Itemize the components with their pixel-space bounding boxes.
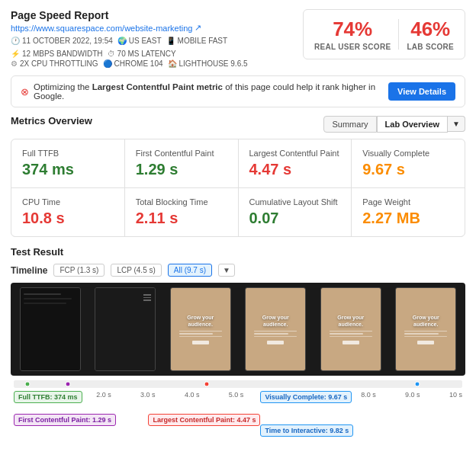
scores-box: 74% REAL USER SCORE 46% LAB SCORE xyxy=(303,9,465,59)
metric-full-ttfb: Full TTFB 374 ms xyxy=(11,139,124,187)
marker-visually-complete: Visually Complete: 9.67 s xyxy=(260,391,352,403)
screenshots-row: Grow youraudience. Grow youraudience. xyxy=(11,283,465,376)
metric-visually-complete: Visually Complete 9.67 s xyxy=(352,139,465,187)
screenshot-frame-5: Grow youraudience. xyxy=(320,287,381,371)
real-user-score-block: 74% REAL USER SCORE xyxy=(314,18,391,51)
score-divider xyxy=(398,19,399,50)
metric-cpu-time: CPU Time 10.8 s xyxy=(11,188,124,236)
test-result-title: Test Result xyxy=(11,246,465,258)
metric-lcp: Largest Contentful Paint 4.47 s xyxy=(239,139,352,187)
tab-dropdown[interactable]: ▼ xyxy=(448,116,465,132)
metrics-tab-group[interactable]: Summary Lab Overview ▼ xyxy=(323,116,465,133)
metrics-header: Metrics Overview Summary Lab Overview ▼ xyxy=(11,115,465,133)
timeline-label: Timeline xyxy=(11,265,47,276)
view-details-button[interactable]: View Details xyxy=(388,82,455,101)
marker-lcp: Largest Contentful Paint: 4.47 s xyxy=(148,414,260,426)
timeline-tag-lcp[interactable]: LCP (4.5 s) xyxy=(111,264,161,277)
real-user-score-label: REAL USER SCORE xyxy=(314,43,391,51)
metrics-grid: Full TTFB 374 ms First Contentful Paint … xyxy=(11,139,465,237)
alert-text: Optimizing the Largest Contentful Paint … xyxy=(34,82,388,101)
timeline-dropdown[interactable]: ▼ xyxy=(218,264,235,277)
tab-lab-overview[interactable]: Lab Overview xyxy=(377,116,449,133)
meta-row-1: 🕐11 OCTOBER 2022, 19:54 🌍US EAST 📱MOBILE… xyxy=(11,37,303,58)
metrics-title: Metrics Overview xyxy=(11,115,92,127)
page-url[interactable]: https://www.squarespace.com/website-mark… xyxy=(11,23,303,33)
screenshot-frame-3: Grow youraudience. xyxy=(170,287,231,371)
marker-full-ttfb: Full TTFB: 374 ms xyxy=(14,391,82,403)
page-title: Page Speed Report xyxy=(11,9,303,21)
meta-row-2: ⚙2X CPU THROTTLING 🔵CHROME 104 🏠LIGHTHOU… xyxy=(11,59,303,68)
timeline-tag-fcp[interactable]: FCP (1.3 s) xyxy=(53,264,105,277)
timeline-tag-all[interactable]: All (9.7 s) xyxy=(168,264,212,277)
timeline-axis-container: 0 s 1.0 s 2.0 s 3.0 s 4.0 s 5.0 s 6.0 s … xyxy=(14,380,462,444)
screenshot-frame-2 xyxy=(95,287,156,371)
metric-tbt: Total Blocking Time 2.11 s xyxy=(125,188,238,236)
screenshot-frame-6: Grow youraudience. xyxy=(395,287,456,371)
metric-page-weight: Page Weight 2.27 MB xyxy=(352,188,465,236)
lab-score-block: 46% LAB SCORE xyxy=(407,18,454,51)
screenshot-frame-4: Grow youraudience. xyxy=(245,287,306,371)
screenshot-frame-1 xyxy=(20,287,81,371)
alert-bar: ⊗ Optimizing the Largest Contentful Pain… xyxy=(11,75,465,107)
marker-tti: Time to Interactive: 9.82 s xyxy=(260,424,353,437)
metric-fcp: First Contentful Paint 1.29 s xyxy=(125,139,238,187)
alert-icon: ⊗ xyxy=(21,86,29,98)
external-link-icon: ↗ xyxy=(195,23,201,33)
tab-summary[interactable]: Summary xyxy=(323,116,376,133)
timeline-header: Timeline FCP (1.3 s) LCP (4.5 s) All (9.… xyxy=(11,264,465,277)
lab-score-label: LAB SCORE xyxy=(407,43,454,51)
marker-fcp: First Contentful Paint: 1.29 s xyxy=(14,414,116,426)
real-user-score-value: 74% xyxy=(314,18,391,41)
metric-cls: Cumulative Layout Shift 0.07 xyxy=(239,188,352,236)
lab-score-value: 46% xyxy=(407,18,454,41)
test-result-section: Test Result Timeline FCP (1.3 s) LCP (4.… xyxy=(11,246,465,444)
